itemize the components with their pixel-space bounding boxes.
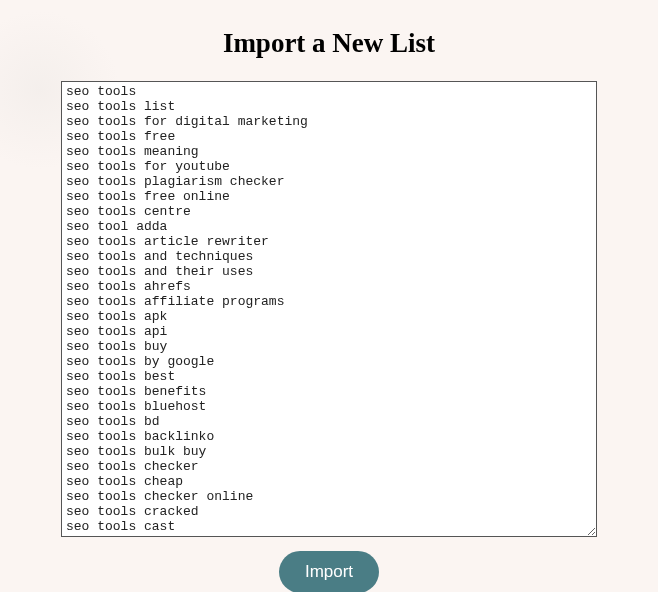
import-button[interactable]: Import [279, 551, 379, 592]
import-list-container: Import a New List Import [0, 0, 658, 592]
list-input-textarea[interactable] [61, 81, 597, 537]
page-title: Import a New List [223, 28, 435, 59]
button-row: Import [279, 551, 379, 592]
